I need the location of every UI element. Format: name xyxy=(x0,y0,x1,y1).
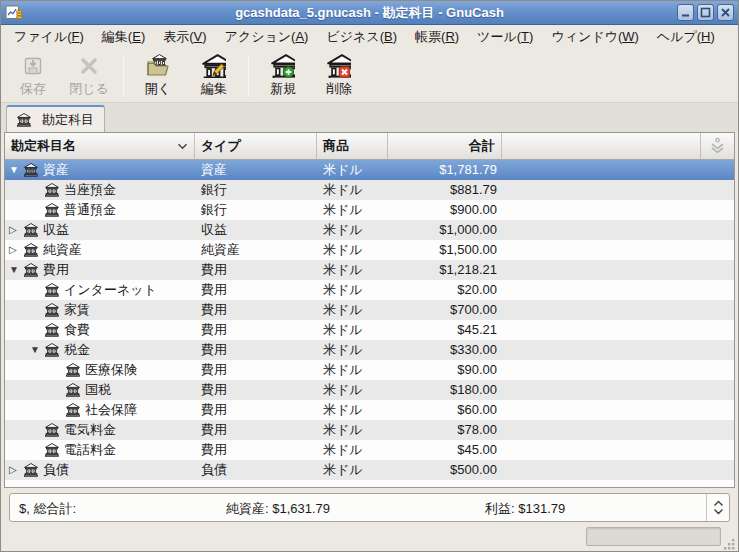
close-icon xyxy=(720,7,731,18)
account-type: 費用 xyxy=(195,380,317,400)
account-name: 純資産 xyxy=(43,240,82,260)
bank-icon xyxy=(24,223,38,237)
column-select-button[interactable] xyxy=(701,133,734,160)
menu-actions[interactable]: アクション(A) xyxy=(216,25,318,49)
account-row[interactable]: 普通預金銀行米ドル$900.00 xyxy=(5,200,734,220)
expander-icon[interactable]: ▷ xyxy=(9,240,24,260)
save-button-label: 保存 xyxy=(20,80,46,98)
summary-spinner[interactable] xyxy=(706,494,729,521)
edit-account-button[interactable]: 編集 xyxy=(186,53,242,99)
maximize-button[interactable] xyxy=(697,4,714,21)
account-row[interactable]: 医療保険費用米ドル$90.00 xyxy=(5,360,734,380)
account-name: 当座預金 xyxy=(64,180,116,200)
column-header-account-name[interactable]: 勘定科目名 xyxy=(5,133,195,160)
column-header-type[interactable]: タイプ xyxy=(195,133,317,160)
open-account-button[interactable]: 開く xyxy=(130,53,186,99)
menu-help[interactable]: ヘルプ(H) xyxy=(648,25,724,49)
bank-icon xyxy=(45,303,59,317)
account-name: 負債 xyxy=(43,460,69,480)
minimize-button[interactable] xyxy=(677,4,694,21)
menu-file[interactable]: ファイル(F) xyxy=(5,25,93,49)
account-name: 電気料金 xyxy=(64,420,116,440)
account-commodity: 米ドル xyxy=(317,420,388,440)
resize-grip[interactable] xyxy=(723,538,736,551)
account-name-cell: 医療保険 xyxy=(5,360,195,380)
spinner-arrows-icon xyxy=(713,500,724,515)
account-type: 負債 xyxy=(195,460,317,480)
open-account-button-label: 開く xyxy=(145,80,171,98)
account-name-cell: ▷純資産 xyxy=(5,240,195,260)
account-name-cell: ▼費用 xyxy=(5,260,195,280)
account-row[interactable]: 社会保障費用米ドル$60.00 xyxy=(5,400,734,420)
account-type: 純資産 xyxy=(195,240,317,260)
delete-account-button[interactable]: 削除 xyxy=(311,53,367,99)
account-row[interactable]: 国税費用米ドル$180.00 xyxy=(5,380,734,400)
account-name-cell: 普通預金 xyxy=(5,200,195,220)
menu-windows[interactable]: ウィンドウ(W) xyxy=(542,25,647,49)
menu-view[interactable]: 表示(V) xyxy=(154,25,215,49)
expander-icon[interactable]: ▼ xyxy=(9,160,24,180)
bank-icon xyxy=(45,283,59,297)
column-header-commodity[interactable]: 商品 xyxy=(317,133,388,160)
new-account-button[interactable]: 新規 xyxy=(255,53,311,99)
bank-icon xyxy=(66,363,80,377)
account-row[interactable]: ▼税金費用米ドル$330.00 xyxy=(5,340,734,360)
account-row[interactable]: ▼費用費用米ドル$1,218.21 xyxy=(5,260,734,280)
account-row[interactable]: 家賃費用米ドル$700.00 xyxy=(5,300,734,320)
edit-account-icon xyxy=(202,54,226,78)
close-tab-icon xyxy=(77,54,101,78)
account-name-cell: 社会保障 xyxy=(5,400,195,420)
net-assets-value: 純資産: $1,631.79 xyxy=(226,500,330,518)
bank-icon xyxy=(45,443,59,457)
menu-tools[interactable]: ツール(T) xyxy=(468,25,542,49)
expander-icon[interactable]: ▷ xyxy=(9,220,24,240)
account-total: $45.21 xyxy=(388,320,502,340)
account-row[interactable]: 当座預金銀行米ドル$881.79 xyxy=(5,180,734,200)
account-rows: ▼資産資産米ドル$1,781.79当座預金銀行米ドル$881.79普通預金銀行米… xyxy=(5,160,734,480)
account-commodity: 米ドル xyxy=(317,320,388,340)
bank-icon xyxy=(45,423,59,437)
delete-account-icon xyxy=(327,54,351,78)
account-name-cell: ▷収益 xyxy=(5,220,195,240)
account-commodity: 米ドル xyxy=(317,180,388,200)
minimize-icon xyxy=(680,7,691,18)
close-tab-button-label: 閉じる xyxy=(69,80,109,98)
account-type: 銀行 xyxy=(195,200,317,220)
close-button[interactable] xyxy=(717,4,734,21)
row-filler xyxy=(502,300,734,320)
account-row[interactable]: インターネット費用米ドル$20.00 xyxy=(5,280,734,300)
account-row[interactable]: 電話料金費用米ドル$45.00 xyxy=(5,440,734,460)
accounts-tree: 勘定科目名 タイプ 商品 合計 ▼資産資産米ドル$1,781.79当座預金銀行米… xyxy=(4,132,735,488)
account-type: 費用 xyxy=(195,300,317,320)
account-commodity: 米ドル xyxy=(317,160,388,180)
column-header-total[interactable]: 合計 xyxy=(388,133,502,160)
expander-icon[interactable]: ▼ xyxy=(30,340,45,360)
account-row[interactable]: 電気料金費用米ドル$78.00 xyxy=(5,420,734,440)
account-row[interactable]: ▷純資産純資産米ドル$1,500.00 xyxy=(5,240,734,260)
tab-strip: 勘定科目 xyxy=(1,103,738,132)
menu-edit[interactable]: 編集(E) xyxy=(93,25,154,49)
account-name-cell: ▷負債 xyxy=(5,460,195,480)
account-commodity: 米ドル xyxy=(317,220,388,240)
row-filler xyxy=(502,280,734,300)
account-row[interactable]: ▷収益収益米ドル$1,000.00 xyxy=(5,220,734,240)
menu-business[interactable]: ビジネス(B) xyxy=(317,25,406,49)
account-row[interactable]: ▷負債負債米ドル$500.00 xyxy=(5,460,734,480)
menu-reports[interactable]: 帳票(R) xyxy=(406,25,468,49)
account-row[interactable]: ▼資産資産米ドル$1,781.79 xyxy=(5,160,734,180)
row-filler xyxy=(502,340,734,360)
row-filler xyxy=(502,420,734,440)
expander-icon[interactable]: ▼ xyxy=(9,260,24,280)
titlebar[interactable]: gcashdata_5.gnucash - 勘定科目 - GnuCash xyxy=(1,1,738,25)
tab-accounts[interactable]: 勘定科目 xyxy=(6,105,105,132)
delete-account-button-label: 削除 xyxy=(326,80,352,98)
bank-icon xyxy=(24,163,38,177)
account-row[interactable]: 食費費用米ドル$45.21 xyxy=(5,320,734,340)
expander-icon[interactable]: ▷ xyxy=(9,460,24,480)
account-type: 費用 xyxy=(195,320,317,340)
account-commodity: 米ドル xyxy=(317,280,388,300)
bank-icon xyxy=(24,263,38,277)
account-type: 費用 xyxy=(195,400,317,420)
maximize-icon xyxy=(700,7,711,18)
bank-icon xyxy=(66,383,80,397)
